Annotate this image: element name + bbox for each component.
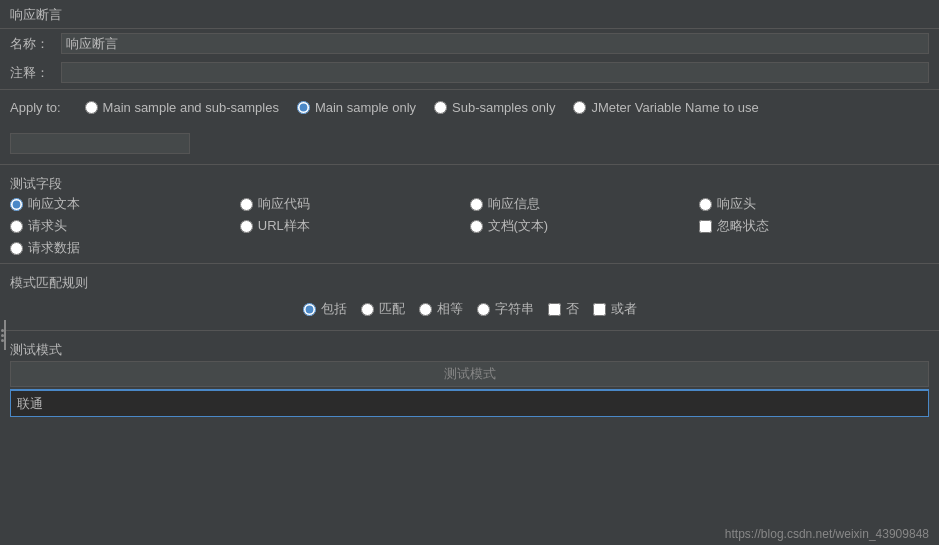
url-bar: https://blog.csdn.net/weixin_43909848 [725,527,929,541]
tf-response-text-radio[interactable] [10,198,23,211]
pr-include-radio[interactable] [303,303,316,316]
apply-main-sub-radio[interactable] [85,101,98,114]
apply-main-only-label: Main sample only [315,100,416,115]
tf-document-label: 文档(文本) [488,217,549,235]
apply-main-only-radio[interactable] [297,101,310,114]
test-mode-placeholder: 测试模式 [10,361,929,387]
tf-response-head-radio[interactable] [699,198,712,211]
tf-response-info-label: 响应信息 [488,195,540,213]
title-text: 响应断言 [10,7,62,22]
tf-request-data-option[interactable]: 请求数据 [10,239,240,257]
tf-response-head-label: 响应头 [717,195,756,213]
pr-include-option[interactable]: 包括 [303,300,347,318]
test-field-grid: 响应文本 响应代码 响应信息 响应头 请求头 URL样本 文档(文本) [10,195,929,257]
jmeter-var-input[interactable] [10,133,190,154]
pr-string-option[interactable]: 字符串 [477,300,534,318]
test-mode-label: 测试模式 [10,337,929,361]
apply-jmeter-var-option[interactable]: JMeter Variable Name to use [573,100,758,115]
tf-response-head-option[interactable]: 响应头 [699,195,929,213]
apply-sub-only-option[interactable]: Sub-samples only [434,100,555,115]
name-row: 名称： [0,29,939,58]
tf-url-sample-label: URL样本 [258,217,310,235]
apply-main-sub-label: Main sample and sub-samples [103,100,279,115]
tf-ignore-status-checkbox[interactable] [699,220,712,233]
tf-document-option[interactable]: 文档(文本) [470,217,700,235]
name-input[interactable] [61,33,929,54]
pr-match-label: 匹配 [379,300,405,318]
apply-sub-only-label: Sub-samples only [452,100,555,115]
tf-request-head-radio[interactable] [10,220,23,233]
comment-label: 注释： [10,64,49,82]
left-edge-handle [0,320,6,350]
test-mode-section: 测试模式 测试模式 [0,333,939,421]
apply-main-sub-option[interactable]: Main sample and sub-samples [85,100,279,115]
apply-to-row: Apply to: Main sample and sub-samples Ma… [10,96,929,158]
test-mode-input[interactable] [10,389,929,417]
pr-string-label: 字符串 [495,300,534,318]
tf-response-text-option[interactable]: 响应文本 [10,195,240,213]
tf-response-code-radio[interactable] [240,198,253,211]
pr-string-radio[interactable] [477,303,490,316]
pr-match-option[interactable]: 匹配 [361,300,405,318]
tf-document-radio[interactable] [470,220,483,233]
pr-or-checkbox[interactable] [593,303,606,316]
tf-ignore-status-option[interactable]: 忽略状态 [699,217,929,235]
tf-response-code-option[interactable]: 响应代码 [240,195,470,213]
apply-jmeter-var-label: JMeter Variable Name to use [591,100,758,115]
tf-request-data-label: 请求数据 [28,239,80,257]
pr-or-option[interactable]: 或者 [593,300,637,318]
apply-main-only-option[interactable]: Main sample only [297,100,416,115]
pr-not-label: 否 [566,300,579,318]
pattern-rules-section: 模式匹配规则 包括 匹配 相等 字符串 否 或者 [0,266,939,328]
tf-response-code-label: 响应代码 [258,195,310,213]
pr-not-checkbox[interactable] [548,303,561,316]
pr-or-label: 或者 [611,300,637,318]
tf-url-sample-option[interactable]: URL样本 [240,217,470,235]
comment-input[interactable] [61,62,929,83]
pr-equal-radio[interactable] [419,303,432,316]
pattern-rules-row: 包括 匹配 相等 字符串 否 或者 [10,294,929,324]
pr-equal-label: 相等 [437,300,463,318]
apply-sub-only-radio[interactable] [434,101,447,114]
pr-equal-option[interactable]: 相等 [419,300,463,318]
apply-jmeter-var-radio[interactable] [573,101,586,114]
test-field-label: 测试字段 [10,171,929,195]
pr-include-label: 包括 [321,300,347,318]
apply-to-section: Apply to: Main sample and sub-samples Ma… [0,92,939,162]
comment-row: 注释： [0,58,939,87]
panel-title: 响应断言 [0,0,939,29]
tf-url-sample-radio[interactable] [240,220,253,233]
tf-request-data-radio[interactable] [10,242,23,255]
tf-request-head-option[interactable]: 请求头 [10,217,240,235]
name-label: 名称： [10,35,49,53]
tf-response-text-label: 响应文本 [28,195,80,213]
pr-match-radio[interactable] [361,303,374,316]
apply-to-label: Apply to: [10,100,61,115]
pattern-rules-label: 模式匹配规则 [10,270,929,294]
tf-response-info-radio[interactable] [470,198,483,211]
tf-request-head-label: 请求头 [28,217,67,235]
tf-ignore-status-label: 忽略状态 [717,217,769,235]
test-field-section: 测试字段 响应文本 响应代码 响应信息 响应头 请求头 URL样本 [0,167,939,261]
tf-response-info-option[interactable]: 响应信息 [470,195,700,213]
pr-not-option[interactable]: 否 [548,300,579,318]
